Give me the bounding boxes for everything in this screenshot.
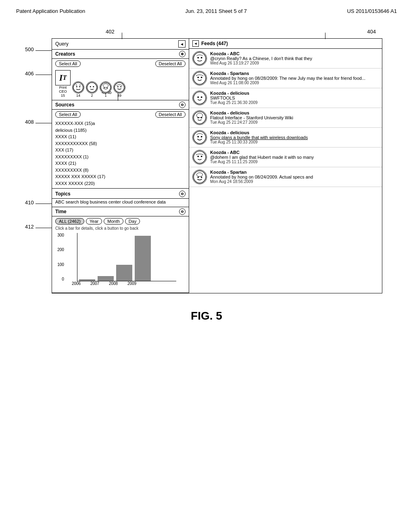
- source-item-8[interactable]: XXXXX XXX XXXXX (17): [55, 173, 186, 180]
- creators-deselect-all-btn[interactable]: Deselect All: [155, 60, 186, 67]
- label-410: 410: [25, 200, 34, 206]
- avatar-1-icon[interactable]: [72, 81, 84, 94]
- feed-title-5: Koozda - ABC: [210, 150, 379, 155]
- avatar-it-icon[interactable]: IT: [55, 70, 71, 85]
- feed-title-6: Koozda - Spartan: [210, 170, 379, 175]
- svg-point-18: [201, 77, 202, 78]
- source-item-7[interactable]: XXXXXXXXX (8): [55, 167, 186, 174]
- svg-point-17: [197, 77, 199, 78]
- creators-expand-icon[interactable]: ⊕: [179, 51, 186, 57]
- conn-406: [35, 75, 52, 75]
- creators-buttons: Select All Deselect All: [52, 59, 189, 69]
- patent-header: Patent Application Publication Jun. 23, …: [16, 8, 397, 14]
- query-row: Query ◄: [52, 39, 189, 50]
- source-item-9[interactable]: XXXX XXXXX (220): [55, 180, 186, 187]
- source-item-0[interactable]: XXXXXX-XXX (15)a: [55, 120, 186, 127]
- sources-select-all-btn[interactable]: Select All: [55, 111, 81, 118]
- feed-text-4: Sony plans a bundle that with wireless d…: [210, 135, 379, 140]
- creators-header: Creators ⊕: [52, 50, 189, 59]
- feed-avatar-3: [192, 110, 207, 125]
- svg-point-7: [103, 84, 108, 87]
- feed-title-1: Koozda - Spartans: [210, 71, 379, 76]
- x-label-2009: 2009: [124, 281, 140, 286]
- feed-title-4: Koozda - delicious: [210, 130, 379, 135]
- svg-point-26: [194, 131, 206, 143]
- avatar-3-icon[interactable]: [100, 81, 112, 94]
- page: Patent Application Publication Jun. 23, …: [0, 0, 413, 532]
- avatar-2-icon[interactable]: [86, 81, 98, 94]
- feed-avatar-2: [192, 91, 207, 105]
- source-item-5[interactable]: XXXXXXXXX (1): [55, 154, 186, 160]
- time-all-btn[interactable]: ALL (2462): [55, 218, 84, 224]
- source-item-1[interactable]: delicious (1185): [55, 127, 186, 134]
- feeds-header: ◄ Feeds (447): [189, 39, 382, 49]
- feeds-arrow-icon[interactable]: ◄: [192, 40, 199, 47]
- avatar-item-0: IT PrintCEO 15: [55, 70, 71, 98]
- sources-deselect-all-btn[interactable]: Deselect All: [155, 111, 186, 118]
- bar-2009[interactable]: [135, 236, 151, 281]
- source-item-6[interactable]: XXXX (21): [55, 160, 186, 167]
- time-year-btn[interactable]: Year: [86, 218, 102, 224]
- avatar-item-3: 1: [100, 81, 112, 98]
- svg-point-30: [197, 156, 199, 157]
- creators-select-all-btn[interactable]: Select All: [55, 60, 81, 67]
- feed-content-6: Koozda - Spartan Annotated by hong on 08…: [210, 170, 379, 184]
- feed-content-5: Koozda - ABC @dohem I am glad that Huber…: [210, 150, 379, 164]
- label-412: 412: [25, 224, 34, 230]
- feed-item-2: Koozda - delicious SWFTOOLS Tue Aug 25 2…: [189, 88, 382, 108]
- time-expand-icon[interactable]: ⊖: [179, 208, 186, 215]
- avatar-4-count: 49: [117, 94, 121, 98]
- label-406: 406: [25, 71, 34, 77]
- source-item-2[interactable]: XXXX (11): [55, 133, 186, 140]
- avatar-item-4: 49: [113, 81, 125, 98]
- bar-2007[interactable]: [98, 276, 114, 281]
- sources-header: Sources ⊖: [52, 100, 189, 110]
- time-day-btn[interactable]: Day: [125, 218, 140, 224]
- query-arrow-icon[interactable]: ◄: [178, 40, 186, 48]
- svg-point-9: [107, 87, 108, 88]
- header-center: Jun. 23, 2011 Sheet 5 of 7: [186, 8, 247, 14]
- sources-buttons: Select All Deselect All: [52, 110, 189, 119]
- svg-point-3: [87, 83, 97, 92]
- time-month-btn[interactable]: Month: [104, 218, 123, 224]
- feed-item-4: Koozda - delicious Sony plans a bundle t…: [189, 128, 382, 148]
- feed-text-6: Annotated by hong on 08/24/2009. Actual …: [210, 175, 379, 179]
- svg-point-31: [201, 156, 202, 157]
- feed-item-6: Koozda - Spartan Annotated by hong on 08…: [189, 167, 382, 187]
- svg-point-12: [120, 86, 121, 87]
- avatar-4-icon[interactable]: [113, 81, 125, 94]
- svg-point-8: [104, 87, 104, 88]
- sources-list: XXXXXX-XXX (15)a delicious (1185) XXXX (…: [52, 119, 189, 188]
- feed-content-3: Koozda - delicious Flatout Interface - S…: [210, 110, 379, 125]
- svg-point-33: [196, 173, 202, 177]
- conn-410: [35, 204, 52, 204]
- svg-point-13: [194, 52, 206, 64]
- svg-point-28: [201, 136, 202, 137]
- topics-label: Topics: [55, 191, 71, 197]
- bar-2006[interactable]: [79, 279, 95, 281]
- label-404: 404: [367, 29, 376, 35]
- svg-point-20: [197, 96, 199, 98]
- x-label-2006: 2006: [68, 281, 84, 286]
- chart-inner: 0 100 200 300: [55, 233, 176, 289]
- source-item-3[interactable]: XXXXXXXXXXX (58): [55, 140, 186, 147]
- x-label-2007: 2007: [87, 281, 103, 286]
- feed-item-5: Koozda - ABC @dohem I am glad that Huber…: [189, 148, 382, 167]
- bar-2008[interactable]: [116, 265, 132, 281]
- svg-point-16: [194, 72, 206, 84]
- feed-date-5: Tue Aug 25 11:11:25 2009: [210, 160, 379, 164]
- source-item-4[interactable]: XXX (17): [55, 147, 186, 154]
- feed-item-0: Koozda - ABC @crynn Really? As a Chinese…: [189, 49, 382, 69]
- svg-point-0: [73, 83, 83, 92]
- time-label: Time: [55, 209, 67, 214]
- sources-expand-icon[interactable]: ⊖: [179, 102, 186, 108]
- header-right: US 2011/0153646 A1: [347, 8, 397, 14]
- feed-content-0: Koozda - ABC @crynn Really? As a Chinese…: [210, 51, 379, 65]
- creators-section: Creators ⊕ Select All Deselect All IT Pr…: [52, 50, 189, 100]
- svg-point-35: [201, 177, 202, 178]
- svg-point-25: [201, 117, 202, 118]
- topics-expand-icon[interactable]: ⊖: [179, 191, 186, 197]
- conn-408: [35, 123, 52, 123]
- bar-chart: 0 100 200 300: [52, 231, 189, 293]
- svg-point-19: [194, 92, 206, 104]
